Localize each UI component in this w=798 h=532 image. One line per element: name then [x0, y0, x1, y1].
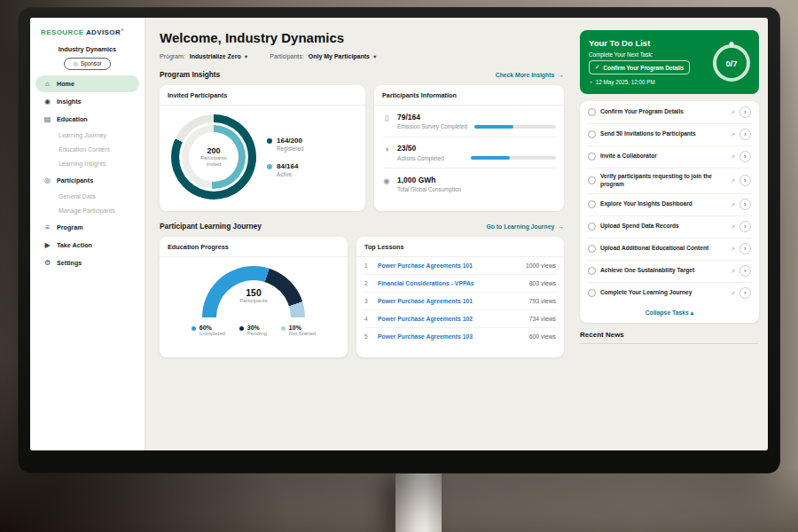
sidebar-item-learning-journey[interactable]: Learning Journey [35, 129, 139, 143]
legend-dot [267, 164, 272, 169]
card-title: Top Lessons [356, 243, 564, 257]
chevron-right-button[interactable]: › [739, 106, 751, 118]
chevron-right-button[interactable]: › [739, 265, 751, 277]
org-name: Industry Dynamics [30, 45, 145, 53]
sponsor-badge[interactable]: ◎ Sponsor [64, 58, 110, 70]
dashboard-screen: RESOURCE ADVISOR+ Industry Dynamics ◎ Sp… [30, 18, 768, 450]
chevron-right-button[interactable]: › [739, 243, 751, 254]
invited-donut-chart: 200 ParticipantsInvited [171, 114, 256, 200]
sidebar-item-learning-insights[interactable]: Learning Insights [35, 157, 139, 171]
program-insights-header: Program Insights Check More Insights → [160, 70, 564, 79]
todo-item[interactable]: Upload Additional Educational Content ↗ … [587, 239, 752, 261]
progress-bar-fill [471, 156, 510, 160]
legend-dot [267, 138, 272, 144]
checkbox-icon[interactable] [588, 289, 596, 297]
legend-active: 84/164 Active [267, 162, 303, 177]
action-icon: ▶ [43, 241, 51, 249]
todo-item[interactable]: Upload Spend Data Records ↗ › [587, 216, 752, 239]
checkbox-icon[interactable] [588, 130, 596, 138]
open-icon: ↗ [731, 246, 735, 252]
sidebar-item-take-action[interactable]: ▶ Take Action [35, 237, 139, 254]
sidebar-item-home[interactable]: ⌂ Home [35, 75, 139, 92]
sidebar-item-participants[interactable]: ◎ Participants [35, 172, 139, 189]
go-to-learning-journey-link[interactable]: Go to Learning Journey → [487, 223, 564, 230]
sidebar-item-education[interactable]: ▤ Education [35, 111, 139, 128]
checkbox-icon[interactable] [588, 223, 596, 231]
actions-completed-row: ◑ 23/50 Actions Completed [382, 137, 556, 169]
learning-journey-header: Participant Learning Journey Go to Learn… [160, 222, 564, 231]
sidebar-item-insights[interactable]: ◉ Insights [35, 93, 139, 110]
chevron-right-button[interactable]: › [739, 287, 751, 299]
checkbox-icon[interactable] [588, 176, 596, 184]
open-icon: ↗ [731, 109, 735, 115]
participants-filter-dropdown[interactable]: Only My Participants ▼ [309, 53, 378, 59]
lesson-link[interactable]: Power Purchase Agreements 102 [378, 316, 522, 322]
chevron-right-button[interactable]: › [739, 175, 751, 186]
checkbox-icon[interactable] [588, 245, 596, 253]
sidebar-item-education-content[interactable]: Education Content [35, 143, 139, 157]
chevron-right-button[interactable]: › [739, 129, 751, 140]
progress-bar-fill [474, 125, 513, 129]
page-title: Welcome, Industry Dynamics [160, 30, 564, 45]
collapse-tasks-link[interactable]: Collapse Tasks ▴ [587, 304, 752, 320]
checkbox-icon[interactable] [588, 267, 596, 275]
invited-participants-card: Invited Participants 200 ParticipantsInv… [160, 85, 365, 211]
sponsor-label: Sponsor [81, 60, 101, 66]
chevron-right-button[interactable]: › [739, 199, 751, 210]
insights-cards: Invited Participants 200 ParticipantsInv… [160, 85, 564, 211]
sidebar-item-program[interactable]: ≡ Program [35, 219, 139, 236]
chevron-down-icon: ▼ [244, 54, 248, 59]
gauge-center-label: 150 Participants [202, 287, 305, 303]
legend-dot [239, 326, 244, 331]
participants-information-card: Participants Information ▯ 79/164 Emissi… [374, 85, 564, 211]
todo-progress-ring: 0/7 [713, 44, 750, 82]
checkbox-icon[interactable] [588, 200, 596, 208]
lesson-row: 5 Power Purchase Agreements 103 600 view… [364, 328, 556, 345]
checkbox-icon[interactable] [588, 153, 596, 160]
chevron-right-button[interactable]: › [739, 221, 751, 232]
todo-item[interactable]: Achieve One Sustainability Target ↗ › [587, 261, 752, 283]
todo-item[interactable]: Complete Your Learning Journey ↗ › [587, 283, 752, 304]
open-icon: ↗ [731, 177, 735, 184]
lesson-row: 4 Power Purchase Agreements 102 734 view… [364, 310, 556, 328]
insights-icon: ◉ [43, 98, 51, 106]
program-filter-dropdown[interactable]: Industrialize Zero ▼ [190, 53, 248, 59]
chevron-down-icon: ▼ [372, 54, 377, 59]
people-icon: ◎ [43, 176, 51, 184]
todo-summary-card: Your To Do List Complete Your Next Task:… [580, 30, 759, 94]
recent-news-header: Recent News [580, 331, 759, 344]
donut-center-label: 200 ParticipantsInvited [189, 132, 239, 182]
lesson-link[interactable]: Power Purchase Agreements 103 [378, 333, 522, 340]
todo-item[interactable]: Verify participants requesting to join t… [587, 168, 752, 194]
open-icon: ↗ [731, 290, 735, 296]
legend-dot [192, 326, 196, 331]
checkbox-icon[interactable] [588, 108, 596, 116]
todo-item[interactable]: Invite a Collaborator ↗ › [587, 146, 752, 168]
sidebar-item-manage-participants[interactable]: Manage Participants [35, 204, 139, 218]
chevron-right-button[interactable]: › [739, 151, 751, 162]
todo-item[interactable]: Explore Your Insights Dashboard ↗ › [587, 194, 752, 216]
sidebar-item-settings[interactable]: ⚙ Settings [35, 254, 139, 271]
legend-pending: 30% Pending [239, 325, 267, 336]
section-title: Program Insights [160, 70, 220, 79]
check-more-insights-link[interactable]: Check More Insights → [496, 72, 564, 78]
legend-completed: 60% Completed [192, 325, 225, 336]
list-icon: ≡ [43, 223, 51, 231]
clock-icon: ◔ [589, 79, 592, 85]
sidebar-item-general-data[interactable]: General Data [35, 190, 139, 204]
todo-item[interactable]: Send 50 Invitations to Participants ↗ › [587, 124, 752, 146]
logo-resource: RESOURCE [41, 28, 84, 36]
legend-registered: 164/200 Registered [267, 137, 303, 152]
lesson-link[interactable]: Financial Considerations - VPPAs [378, 280, 522, 286]
lesson-row: 2 Financial Considerations - VPPAs 803 v… [364, 275, 556, 293]
todo-item[interactable]: Confirm Your Program Details ↗ › [587, 102, 752, 124]
chevron-up-icon: ▴ [691, 309, 693, 316]
learning-cards: Education Progress 150 Participants [160, 237, 564, 357]
gauge-icon: ◑ [382, 144, 391, 161]
book-icon: ▤ [43, 115, 51, 123]
lesson-link[interactable]: Power Purchase Agreements 101 [378, 262, 519, 269]
lesson-link[interactable]: Power Purchase Agreements 101 [378, 298, 522, 304]
next-task-chip[interactable]: ✓ Confirm Your Program Details [589, 60, 690, 74]
program-filter-label: Program: [160, 53, 185, 59]
logo-plus: + [121, 27, 124, 32]
